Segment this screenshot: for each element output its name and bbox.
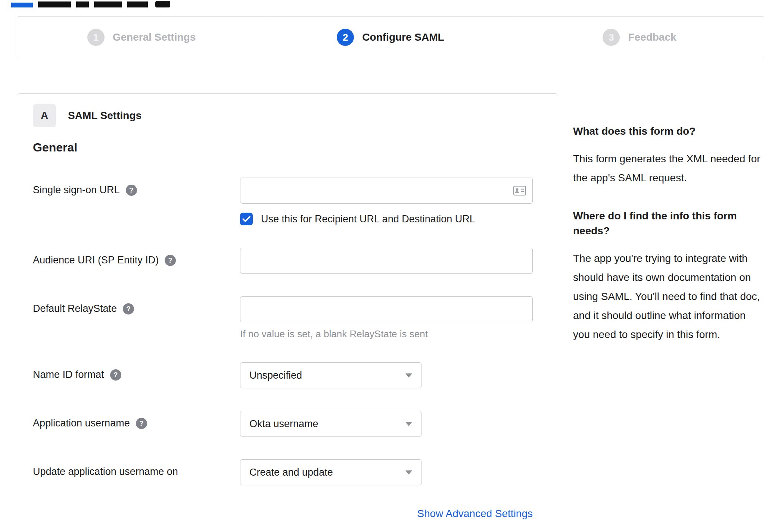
relay-state-label-cell: Default RelayState ? <box>33 296 240 314</box>
clipped-header-icon <box>155 1 170 7</box>
contact-card-icon <box>513 186 526 195</box>
chevron-down-icon <box>405 422 412 426</box>
field-row-audience-uri: Audience URI (SP Entity ID) ? <box>33 248 542 274</box>
recipient-url-checkbox-row: Use this for Recipient URL and Destinati… <box>240 213 542 225</box>
chevron-down-icon <box>405 373 412 378</box>
field-row-name-id-format: Name ID format ? Unspecified <box>33 362 542 388</box>
application-username-value: Okta username <box>249 418 318 430</box>
clipped-title-fragment <box>94 1 122 7</box>
audience-uri-input[interactable] <box>240 248 533 274</box>
update-username-label-cell: Update application username on <box>33 459 240 478</box>
step-number-badge: 3 <box>603 29 620 46</box>
page-content: A SAML Settings General Single sign-on U… <box>17 93 764 532</box>
application-username-control: Okta username <box>240 411 542 437</box>
field-row-sso-url: Single sign-on URL ? <box>33 178 542 225</box>
name-id-format-value: Unspecified <box>249 370 302 381</box>
relay-state-hint: If no value is set, a blank RelayState i… <box>240 328 542 340</box>
name-id-format-label: Name ID format <box>33 369 104 381</box>
field-row-relay-state: Default RelayState ? If no value is set,… <box>33 296 542 340</box>
help-icon[interactable]: ? <box>110 369 121 381</box>
relay-state-input[interactable] <box>240 296 533 322</box>
name-id-format-control: Unspecified <box>240 362 542 388</box>
help-icon[interactable]: ? <box>165 255 176 266</box>
recipient-url-checkbox-label: Use this for Recipient URL and Destinati… <box>261 213 475 225</box>
step-number-badge: 2 <box>337 29 354 46</box>
help-heading-what: What does this form do? <box>573 124 764 139</box>
update-username-label: Update application username on <box>33 466 178 478</box>
field-row-update-username: Update application username on Create an… <box>33 459 542 485</box>
audience-uri-control <box>240 248 542 274</box>
sso-url-input[interactable] <box>240 178 533 204</box>
step-label: Configure SAML <box>362 31 444 43</box>
relay-state-label: Default RelayState <box>33 303 117 314</box>
update-username-select[interactable]: Create and update <box>240 459 421 485</box>
help-icon[interactable]: ? <box>126 185 137 196</box>
general-section-title: General <box>33 141 542 154</box>
help-icon[interactable]: ? <box>136 418 147 429</box>
clipped-page-header <box>11 0 170 7</box>
help-heading-where: Where do I find the info this form needs… <box>573 209 764 239</box>
sso-url-label-cell: Single sign-on URL ? <box>33 178 240 196</box>
step-label: General Settings <box>113 31 196 43</box>
step-feedback[interactable]: 3 Feedback <box>515 17 764 58</box>
application-username-label-cell: Application username ? <box>33 411 240 429</box>
panel-header: A SAML Settings <box>33 104 542 127</box>
help-body-what: This form generates the XML needed for t… <box>573 150 764 188</box>
audience-uri-label: Audience URI (SP Entity ID) <box>33 254 159 266</box>
name-id-format-label-cell: Name ID format ? <box>33 362 240 381</box>
recipient-url-checkbox[interactable] <box>240 213 253 225</box>
audience-uri-label-cell: Audience URI (SP Entity ID) ? <box>33 248 240 266</box>
step-general-settings[interactable]: 1 General Settings <box>17 17 266 58</box>
relay-state-control: If no value is set, a blank RelayState i… <box>240 296 542 340</box>
help-icon[interactable]: ? <box>123 303 134 314</box>
clipped-title-fragment <box>127 1 148 7</box>
show-advanced-settings-link[interactable]: Show Advanced Settings <box>417 508 533 520</box>
name-id-format-select[interactable]: Unspecified <box>240 362 421 388</box>
field-row-application-username: Application username ? Okta username <box>33 411 542 437</box>
clipped-title-fragment <box>38 1 71 7</box>
chevron-down-icon <box>405 470 412 475</box>
saml-settings-panel: A SAML Settings General Single sign-on U… <box>17 93 558 532</box>
sso-url-input-wrap <box>240 178 533 204</box>
section-a-badge: A <box>33 104 56 127</box>
wizard-stepper: 1 General Settings 2 Configure SAML 3 Fe… <box>17 16 764 58</box>
step-number-badge: 1 <box>87 29 105 46</box>
application-username-label: Application username <box>33 417 130 429</box>
advanced-settings-row: Show Advanced Settings <box>33 508 533 520</box>
sso-url-label: Single sign-on URL <box>33 184 120 196</box>
panel-title: SAML Settings <box>68 110 141 122</box>
update-username-value: Create and update <box>249 467 333 478</box>
application-username-select[interactable]: Okta username <box>240 411 421 437</box>
help-sidebar: What does this form do? This form genera… <box>573 93 764 532</box>
step-configure-saml[interactable]: 2 Configure SAML <box>266 17 515 58</box>
sso-url-control: Use this for Recipient URL and Destinati… <box>240 178 542 225</box>
clipped-title-fragment <box>11 3 33 7</box>
update-username-control: Create and update <box>240 459 542 485</box>
help-body-where: The app you're trying to integrate with … <box>573 249 764 344</box>
step-label: Feedback <box>628 31 676 43</box>
clipped-title-fragment <box>76 1 89 7</box>
